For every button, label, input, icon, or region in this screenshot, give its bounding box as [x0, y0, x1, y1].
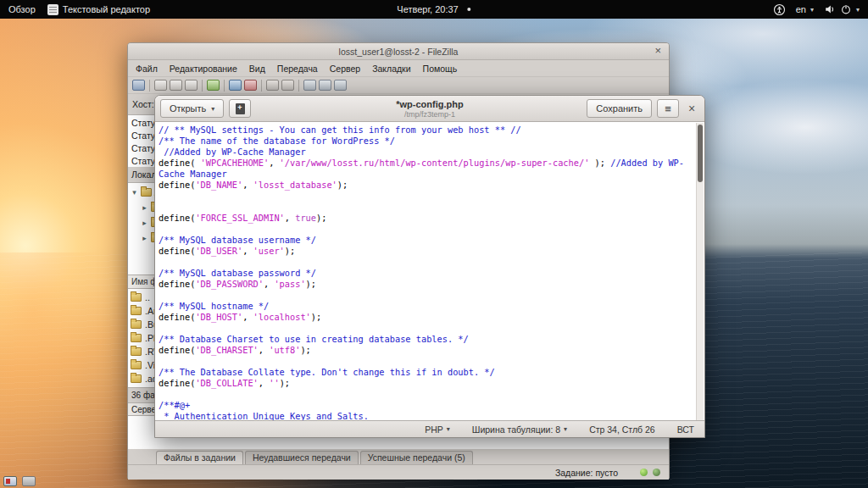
fz-menu-item[interactable]: Редактирование [164, 64, 243, 74]
gedit-taskbar-icon[interactable] [22, 476, 36, 486]
focused-app-menu[interactable]: Текстовый редактор [47, 4, 150, 15]
chevron-down-icon: ▾ [810, 6, 814, 14]
queue-tab[interactable]: Файлы в задании [156, 451, 243, 464]
filezilla-window-title: losst_user1@losst-2 - FileZilla [339, 47, 459, 57]
code-token: define( [159, 312, 195, 322]
code-token: , [242, 180, 253, 190]
fz-menu-item[interactable]: Сервер [324, 64, 366, 74]
toolbar-separator [261, 80, 262, 92]
code-line [159, 224, 696, 235]
code-token: , [269, 158, 279, 168]
window-list [3, 476, 36, 486]
toggle-log-icon[interactable] [154, 80, 167, 91]
topbar-right: en ▾ ▾ [773, 3, 868, 16]
gedit-statusbar: PHP ▾ Ширина табуляции: 8 ▾ Стр 34, Стлб… [155, 420, 704, 437]
code-line: Cache Manager [159, 169, 696, 180]
code-line: define( 'WPCACHEHOME', '/var/www/losst.r… [159, 158, 696, 169]
chevron-down-icon: ▾ [211, 105, 214, 113]
code-line: /** MySQL hostname */ [159, 301, 696, 312]
topbar-center: Четверг, 20:37 [397, 4, 470, 14]
gedit-window: Открыть ▾ *wp-config.php /tmp/fz3temp-1 … [154, 95, 705, 438]
scrollbar-thumb[interactable] [698, 125, 703, 182]
code-line: /** The name of the database for WordPre… [159, 136, 696, 147]
focused-app-name: Текстовый редактор [63, 4, 150, 14]
code-token: , [285, 213, 295, 223]
activities-button[interactable]: Обзор [8, 4, 36, 14]
code-line: define('DB_NAME', 'losst_database'); [159, 180, 696, 191]
code-token: 'FORCE_SSL_ADMIN' [195, 213, 284, 223]
process-queue-icon[interactable] [229, 80, 242, 91]
menu-button[interactable]: ≡ [657, 99, 679, 118]
code-token: ); [280, 378, 290, 388]
code-token: /** MySQL database username */ [159, 235, 316, 245]
site-manager-icon[interactable] [132, 80, 145, 91]
code-token: , [259, 345, 269, 355]
code-token: define( [159, 246, 195, 256]
expander-icon[interactable]: ▸ [141, 234, 148, 242]
fz-menu-item[interactable]: Передача [271, 64, 324, 74]
save-button[interactable]: Сохранить [587, 99, 652, 118]
queue-tab[interactable]: Неудавшиеся передачи [245, 451, 359, 464]
code-line [159, 356, 696, 367]
text-editor-area[interactable]: // ** MySQL settings - You can get this … [156, 123, 696, 420]
folder-icon [131, 320, 142, 329]
fz-menu-item[interactable]: Закладки [366, 64, 416, 74]
gedit-close-button[interactable]: × [684, 102, 699, 115]
directory-compare-icon[interactable] [303, 80, 316, 91]
folder-icon [131, 334, 142, 342]
filezilla-statusbar: Задание: пусто [128, 464, 669, 480]
code-token: ); [311, 312, 321, 322]
accessibility-icon [773, 3, 786, 16]
desktop: losst_user1@losst-2 - FileZilla × ФайлРе… [0, 0, 868, 488]
accessibility-menu[interactable] [773, 3, 786, 16]
filezilla-close-button[interactable]: × [654, 44, 661, 57]
synchronized-browsing-icon[interactable] [319, 80, 331, 91]
clock-button[interactable]: Четверг, 20:37 [397, 4, 470, 14]
filezilla-taskbar-icon[interactable] [3, 476, 17, 486]
gnome-top-bar: Обзор Текстовый редактор Четверг, 20:37 … [0, 0, 868, 19]
gedit-headerbar[interactable]: Открыть ▾ *wp-config.php /tmp/fz3temp-1 … [155, 96, 704, 122]
queue-tab[interactable]: Успешные передачи (5) [360, 451, 473, 464]
code-token: define( [159, 180, 195, 190]
system-menu[interactable]: ▾ [824, 3, 860, 15]
toggle-remote-tree-icon[interactable] [185, 80, 198, 91]
language-selector[interactable]: PHP ▾ [425, 424, 450, 435]
code-token: true [295, 213, 316, 223]
code-token: /** MySQL hostname */ [159, 301, 269, 311]
open-button[interactable]: Открыть ▾ [160, 99, 224, 118]
tab-width-selector[interactable]: Ширина табуляции: 8 ▾ [472, 424, 567, 435]
code-line: /** MySQL database password */ [159, 268, 696, 279]
code-line: define('DB_COLLATE', ''); [159, 378, 696, 389]
code-token: // ** MySQL settings - You can get this … [159, 125, 521, 135]
code-token: , [264, 279, 274, 289]
code-line: //Added by WP-Cache Manager [159, 147, 696, 158]
log-indicator-icon [653, 469, 660, 476]
code-token: ); [337, 180, 348, 190]
expander-icon[interactable]: ▾ [131, 188, 138, 197]
code-token: 'DB_PASSWORD' [195, 279, 264, 289]
cancel-icon[interactable] [244, 80, 257, 91]
keyboard-layout-menu[interactable]: en ▾ [796, 4, 814, 14]
filezilla-titlebar[interactable]: losst_user1@losst-2 - FileZilla × [128, 43, 669, 60]
fz-menu-item[interactable]: Файл [130, 64, 164, 74]
folder-icon [141, 188, 152, 197]
reconnect-icon[interactable] [281, 80, 294, 91]
code-line: define('DB_CHARSET', 'utf8'); [159, 345, 696, 356]
code-token: /**#@+ [159, 400, 190, 410]
code-token: /** MySQL database password */ [159, 268, 316, 278]
code-token: ); [300, 345, 310, 355]
disconnect-icon[interactable] [266, 80, 279, 91]
expander-icon[interactable]: ▸ [141, 219, 148, 227]
code-token: ); [306, 279, 316, 289]
code-token: '/var/www/losst.ru/html/wp-content/plugi… [280, 158, 590, 168]
find-files-icon[interactable] [334, 80, 347, 91]
expander-icon[interactable]: ▸ [141, 203, 148, 212]
chevron-down-icon: ▾ [856, 6, 860, 14]
fz-menu-item[interactable]: Помощь [417, 64, 464, 74]
refresh-icon[interactable] [207, 80, 220, 91]
editor-scrollbar[interactable] [696, 123, 704, 420]
toggle-local-tree-icon[interactable] [170, 80, 182, 91]
fz-menu-item[interactable]: Вид [243, 64, 271, 74]
code-token: 'DB_COLLATE' [195, 378, 258, 388]
new-document-button[interactable] [229, 99, 251, 118]
